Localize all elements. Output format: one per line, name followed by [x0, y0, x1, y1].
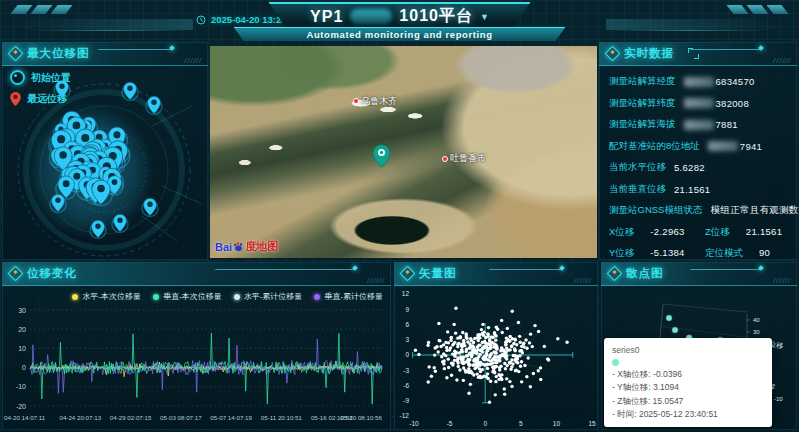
scatter-point — [510, 345, 513, 348]
scatter-point — [491, 358, 494, 361]
scatter-point — [451, 352, 454, 355]
scatter-point — [465, 354, 468, 357]
scatter-point — [457, 342, 460, 345]
scatter-point — [528, 341, 531, 344]
data-row: 测量站GNSS模组状态模组正常且有观测数据 — [609, 204, 787, 217]
scatter-point — [511, 337, 514, 340]
scatter-point — [438, 339, 441, 342]
legend-item[interactable]: 水平-累计位移量 — [234, 291, 303, 302]
station-marker-pin[interactable] — [373, 144, 390, 168]
city-dot-icon — [442, 156, 448, 162]
scatter-point — [498, 359, 501, 362]
baidu-logo-text: Bai — [215, 241, 232, 253]
scatter-point — [465, 347, 468, 350]
scatter-point — [480, 328, 483, 331]
header-line-left — [30, 30, 190, 31]
decoration-slashes: ////// — [184, 57, 202, 64]
data-value: 5.6282 — [674, 162, 705, 173]
vector-scatter-chart: 129630-3-6-9-12-10-5051015 — [394, 286, 596, 430]
scatter-point — [465, 337, 468, 340]
scatter-point — [498, 368, 501, 371]
scatter-point — [451, 343, 454, 346]
data-label: 当前垂直位移 — [609, 183, 666, 196]
x-tick-label: -10 — [774, 396, 783, 402]
scatter-point — [454, 306, 457, 309]
scatter-point — [494, 358, 497, 361]
scatter-point — [417, 353, 420, 356]
scatter-point — [503, 354, 506, 357]
scatter-point — [501, 331, 504, 334]
scatter-point — [481, 323, 484, 326]
decoration-line — [480, 269, 563, 276]
scatter-point — [450, 373, 453, 376]
data-label: 配对基准站的8位地址 — [609, 140, 700, 153]
y-tick-label: 0 — [405, 351, 409, 358]
pin-hole — [112, 179, 118, 185]
scatter-point — [470, 371, 473, 374]
scatter-point — [434, 370, 437, 373]
scatter-point — [473, 367, 476, 370]
scatter-point — [427, 341, 430, 344]
scatter-point — [492, 367, 495, 370]
legend-item[interactable]: 水平-本次位移量 — [72, 291, 141, 302]
scatter-point — [456, 359, 459, 362]
scatter-point — [565, 341, 568, 344]
y-tick-label: 3 — [405, 336, 409, 343]
scatter-point — [666, 315, 672, 321]
scatter-point — [503, 387, 506, 390]
map-imagery[interactable] — [210, 46, 597, 258]
tooltip-row: - Z轴位移: 15.0547 — [612, 395, 764, 408]
y-tick-label: 0 — [22, 364, 26, 371]
platform-title[interactable]: YP1 1010平台 ▼ — [269, 2, 531, 29]
scatter-point — [495, 355, 498, 358]
pin-hole — [59, 151, 66, 158]
pin-hole — [57, 135, 65, 143]
data-value: 90 — [759, 247, 770, 260]
scatter-point — [486, 372, 489, 375]
scatter-point — [487, 343, 490, 346]
x-tick-label: 05-03 08:07:17 — [160, 414, 202, 421]
data-cell: 定位模式90 — [705, 247, 770, 260]
legend-item[interactable]: 垂直-累计位移量 — [314, 291, 383, 302]
satellite-map[interactable]: 乌鲁木齐吐鲁番市 Bai 度地图 — [210, 46, 597, 258]
scatter-point — [479, 349, 482, 352]
legend-item[interactable]: 垂直-本次位移量 — [153, 291, 222, 302]
scatter-point — [433, 366, 436, 369]
data-label: 当前水平位移 — [609, 161, 666, 174]
legend-item[interactable]: 最远位移 — [10, 92, 71, 106]
scatter-point — [486, 332, 489, 335]
data-value: 模组正常且有观测数据 — [710, 204, 799, 217]
scatter-point — [505, 340, 508, 343]
scatter-point — [466, 358, 469, 361]
scatter-point — [451, 362, 454, 365]
scatter-point — [547, 358, 550, 361]
scatter-point — [460, 350, 463, 353]
data-label: Z位移 — [705, 226, 730, 239]
scatter-point — [518, 341, 521, 344]
city-label: 乌鲁木齐 — [353, 95, 397, 108]
scatter-point — [493, 333, 496, 336]
scatter-point — [470, 355, 473, 358]
scatter-point — [505, 377, 508, 380]
redacted-value — [684, 77, 714, 87]
scatter-point — [488, 338, 491, 341]
scatter-point — [537, 369, 540, 372]
data-value: 7941 — [740, 141, 762, 152]
x-tick-label: 04-29 02:07:15 — [110, 414, 152, 421]
scatter-point — [539, 378, 542, 381]
panel-header: 矢量图 ////// — [394, 262, 598, 286]
x-tick-label: 15 — [588, 420, 596, 427]
scatter-point — [485, 352, 488, 355]
legend-item[interactable]: 初始位置 — [10, 70, 71, 85]
pin-hole — [117, 218, 122, 223]
data-value: 6834570 — [716, 76, 755, 87]
chevron-down-icon[interactable]: ▼ — [480, 12, 489, 22]
scatter-point — [452, 323, 455, 326]
panel-title: 矢量图 — [419, 266, 457, 281]
y-tick-label: -20 — [16, 403, 26, 410]
city-dot-icon — [353, 98, 359, 104]
legend-dot-icon — [234, 294, 240, 300]
decoration-line — [206, 269, 356, 276]
scatter-point — [500, 373, 503, 376]
tooltip-row: - X轴位移: -0.0396 — [612, 368, 764, 381]
